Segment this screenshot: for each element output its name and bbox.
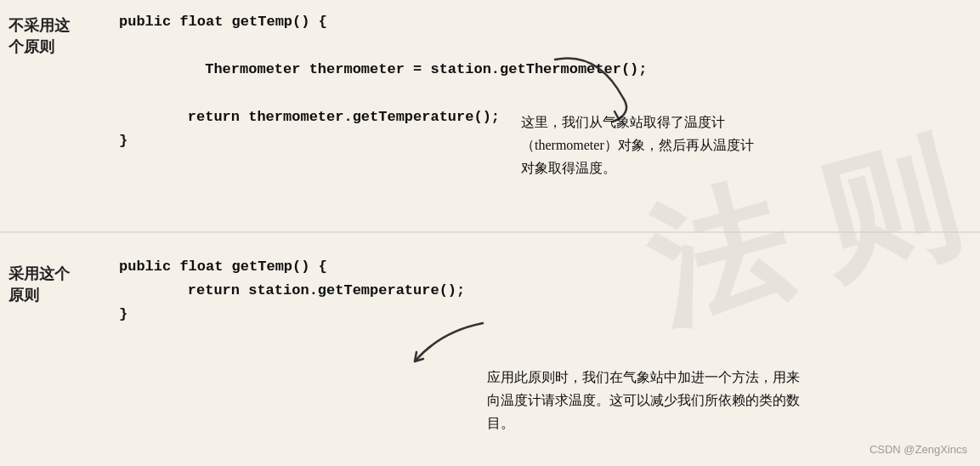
- section-divider: [0, 231, 980, 233]
- label-bad: 不采用这 个原则: [8, 15, 70, 58]
- code-good-line1: public float getTemp() {: [119, 255, 465, 279]
- label-bad-line1: 不采用这: [8, 17, 70, 34]
- label-good-line2: 原则: [8, 287, 39, 304]
- annotation-bottom: 应用此原则时，我们在气象站中加进一个方法，用来向温度计请求温度。这可以减少我们所…: [487, 366, 810, 435]
- annotation-top: 这里，我们从气象站取得了温度计（thermometer）对象，然后再从温度计对象…: [521, 111, 759, 180]
- label-good-line1: 采用这个: [8, 265, 70, 282]
- page-content: 法 则 不采用这 个原则 public float getTemp() { Th…: [0, 0, 980, 466]
- csdn-label: CSDN @ZengXincs: [870, 443, 967, 456]
- annotation-bottom-text: 应用此原则时，我们在气象站中加进一个方法，用来向温度计请求温度。这可以减少我们所…: [487, 370, 800, 430]
- code-good-line2: return station.getTemperature();: [119, 279, 465, 303]
- label-good: 采用这个 原则: [8, 264, 70, 306]
- label-bad-line2: 个原则: [8, 38, 54, 55]
- arrow-bottom: [398, 315, 491, 383]
- code-bad-line1: public float getTemp() {: [119, 10, 648, 34]
- annotation-top-text: 这里，我们从气象站取得了温度计（thermometer）对象，然后再从温度计对象…: [521, 115, 754, 175]
